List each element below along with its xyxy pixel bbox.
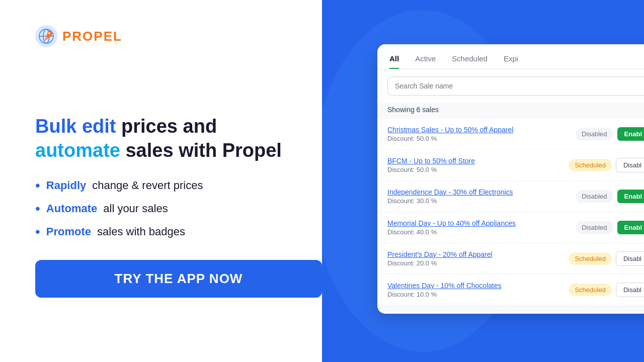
sale-item-6: Valentines Day - 10% off Chocolates Disc… (377, 275, 644, 306)
sale-enable-btn-3[interactable]: Enabl (617, 190, 644, 203)
headline: Bulk edit prices and automate sales with… (35, 115, 292, 162)
sale-status-2: Scheduled (569, 159, 611, 171)
propel-logo-icon (35, 25, 57, 47)
cta-button[interactable]: TRY THE APP NOW (35, 260, 322, 298)
sale-actions-2: Scheduled Disabl (569, 158, 644, 172)
headline-highlight2: automate (35, 140, 120, 161)
bullet-list: Rapidly change & revert prices Automate … (35, 178, 292, 239)
sale-item-4: Memorial Day - Up to 40% off Appliances … (377, 212, 644, 243)
sale-name-6[interactable]: Valentines Day - 10% off Chocolates (387, 282, 562, 290)
bullet-item-3: Promote sales with badges (35, 225, 292, 239)
sale-info-3: Independence Day - 30% off Electronics D… (387, 188, 570, 205)
sale-info-5: President's Day - 20% off Apparel Discou… (387, 250, 562, 267)
sale-disable-btn-6[interactable]: Disabl (616, 283, 644, 297)
bullet-1-rest: change & revert prices (92, 179, 203, 192)
sale-info-4: Memorial Day - Up to 40% off Appliances … (387, 219, 570, 236)
sale-actions-1: Disabled Enabl (576, 127, 644, 141)
sale-discount-3: Discount: 30.0 % (387, 197, 570, 205)
bullet-item-2: Automate all your sales (35, 202, 292, 216)
app-card: All Active Scheduled Expi Showing 6 sale… (377, 44, 644, 314)
sale-actions-3: Disabled Enabl (576, 190, 644, 203)
left-panel: PROPEL Bulk edit prices and automate sal… (0, 0, 322, 362)
sale-item-3: Independence Day - 30% off Electronics D… (377, 181, 644, 212)
sale-actions-6: Scheduled Disabl (569, 283, 644, 297)
bullet-3-highlight: Promote (46, 225, 91, 238)
tab-all[interactable]: All (389, 54, 399, 69)
sale-item-1: Christmas Sales - Up to 50% off Apparel … (377, 119, 644, 150)
svg-point-5 (48, 32, 50, 34)
sale-name-5[interactable]: President's Day - 20% off Apparel (387, 250, 562, 258)
sale-name-3[interactable]: Independence Day - 30% off Electronics (387, 188, 570, 196)
bullet-2-highlight: Automate (46, 202, 97, 215)
sale-info-1: Christmas Sales - Up to 50% off Apparel … (387, 126, 570, 142)
sale-discount-5: Discount: 20.0 % (387, 259, 562, 267)
sale-name-4[interactable]: Memorial Day - Up to 40% off Appliances (387, 219, 570, 227)
bullet-2-rest: all your sales (103, 202, 168, 215)
tabs-bar: All Active Scheduled Expi (377, 44, 644, 69)
headline-highlight1: Bulk edit (35, 116, 116, 137)
tab-active[interactable]: Active (415, 54, 436, 69)
sale-actions-4: Disabled Enabl (576, 221, 644, 234)
sale-name-2[interactable]: BFCM - Up to 50% off Store (387, 157, 562, 165)
sale-discount-4: Discount: 40.0 % (387, 228, 570, 236)
search-input[interactable] (387, 76, 644, 96)
sale-name-1[interactable]: Christmas Sales - Up to 50% off Apparel (387, 126, 570, 134)
sale-disable-btn-5[interactable]: Disabl (616, 251, 644, 266)
sale-item-5: President's Day - 20% off Apparel Discou… (377, 243, 644, 275)
tab-scheduled[interactable]: Scheduled (452, 54, 488, 69)
sale-discount-2: Discount: 50.0 % (387, 166, 562, 173)
sales-list: Christmas Sales - Up to 50% off Apparel … (377, 119, 644, 306)
sale-info-2: BFCM - Up to 50% off Store Discount: 50.… (387, 157, 562, 173)
showing-label: Showing 6 sales (377, 103, 644, 119)
sale-discount-6: Discount: 10.0 % (387, 291, 562, 298)
bullet-1-highlight: Rapidly (46, 179, 86, 192)
bullet-3-rest: sales with badges (97, 225, 185, 238)
search-area (377, 69, 644, 103)
sale-enable-btn-1[interactable]: Enabl (617, 127, 644, 141)
sale-discount-1: Discount: 50.0 % (387, 135, 570, 142)
tab-expired[interactable]: Expi (504, 54, 518, 69)
sale-actions-5: Scheduled Disabl (569, 251, 644, 266)
headline-rest1: prices and (116, 116, 217, 137)
headline-rest2: sales with Propel (120, 140, 282, 161)
right-panel: All Active Scheduled Expi Showing 6 sale… (322, 0, 644, 362)
logo-text: PROPEL (62, 29, 122, 44)
sale-status-5: Scheduled (569, 252, 611, 265)
bullet-item-1: Rapidly change & revert prices (35, 178, 292, 193)
sale-status-3: Disabled (576, 190, 613, 203)
sale-info-6: Valentines Day - 10% off Chocolates Disc… (387, 282, 562, 298)
logo-area: PROPEL (35, 25, 122, 47)
sale-status-1: Disabled (576, 128, 613, 140)
sale-enable-btn-4[interactable]: Enabl (617, 221, 644, 234)
sale-disable-btn-2[interactable]: Disabl (616, 158, 644, 172)
sale-status-6: Scheduled (569, 284, 611, 296)
sale-item-2: BFCM - Up to 50% off Store Discount: 50.… (377, 150, 644, 181)
sale-status-4: Disabled (576, 221, 613, 234)
